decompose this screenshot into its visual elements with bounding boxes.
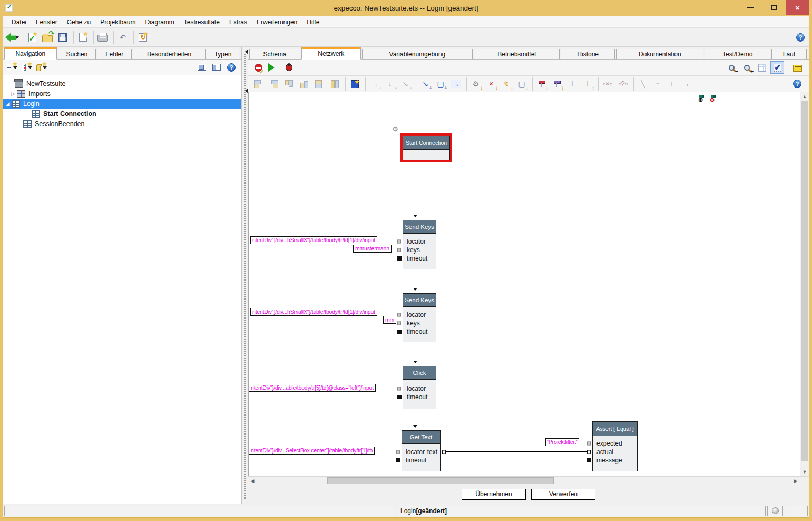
disconnect-button[interactable]: ▫×▫ (601, 78, 614, 90)
tab-typen[interactable]: Typen (207, 49, 239, 59)
add-new-block-button[interactable]: ▢+ (434, 78, 447, 90)
input-pin-locator[interactable] (396, 450, 400, 454)
accept-check-button[interactable]: ★ (25, 31, 39, 44)
delete-menu-button[interactable]: ×↓ (484, 78, 498, 90)
line-straight-button[interactable]: ╲ (636, 78, 650, 90)
horizontal-scrollbar[interactable]: ◀ ▶ (248, 476, 800, 485)
input-pin-timeout[interactable] (397, 256, 402, 260)
menu-projektbaum[interactable]: Projektbaum (96, 17, 140, 27)
print-button[interactable] (96, 31, 110, 44)
collapsed-arrow-icon[interactable]: ▷ (11, 91, 16, 97)
insert-after-button[interactable]: ↓▫ (383, 78, 397, 90)
tab-fehler[interactable]: Fehler (97, 49, 132, 59)
scroll-down-icon[interactable]: ▼ (800, 468, 809, 476)
tree-item-newtestsuite[interactable]: NewTestsuite (3, 79, 241, 89)
snap-toggle-button[interactable] (770, 61, 784, 74)
item-kind-menu-button[interactable]: ★ (20, 61, 34, 74)
collapse-arrow-icon[interactable] (242, 88, 248, 93)
new-item-button[interactable]: ★ (76, 31, 90, 44)
discard-button[interactable]: Verwerfen (531, 489, 595, 500)
value-label[interactable]: mmustermann (353, 245, 392, 253)
block-start-connection[interactable]: Start Connection (403, 136, 450, 160)
tab-suchen[interactable]: Suchen (58, 49, 96, 59)
menu-hilfe[interactable]: Hilfe (302, 17, 324, 27)
close-button[interactable]: × (786, 0, 809, 15)
horizontal-scroll-thumb[interactable] (327, 477, 554, 484)
folder-menu-button[interactable]: ★ (35, 61, 48, 74)
reload-browser-button[interactable]: ★ (136, 31, 150, 44)
breakpoint-flag-icon[interactable]: ⊖ (709, 95, 718, 104)
align-bottom-button[interactable] (297, 78, 311, 90)
align-left-button[interactable] (251, 78, 265, 90)
menu-testresultate[interactable]: Testresultate (180, 17, 224, 27)
input-pin-keys[interactable] (397, 248, 401, 252)
back-button[interactable] (5, 31, 19, 44)
help-button[interactable]: ? (790, 78, 804, 90)
block-send-keys[interactable]: Send Keyslocatorkeystimeout (403, 220, 436, 269)
split-view-button[interactable] (210, 61, 223, 74)
menu-extras[interactable]: Extras (225, 17, 251, 27)
block-get-text[interactable]: Get Textlocatortimeouttext (402, 430, 441, 471)
properties-panel-button[interactable] (790, 61, 804, 74)
maximize-button[interactable] (762, 0, 786, 15)
network-canvas[interactable]: ⚙⊕⊖Start ConnectionSend Keyslocatorkeyst… (248, 92, 800, 476)
input-pin-locator[interactable] (397, 240, 401, 244)
add-through-connection-button[interactable]: → (449, 78, 463, 90)
value-label[interactable]: mm (383, 316, 396, 324)
auto-insert-block-button[interactable] (348, 78, 361, 90)
tree-item-sessionbeenden[interactable]: SessionBeenden (3, 119, 241, 129)
input-pin-locator[interactable] (397, 387, 401, 391)
input-pin-timeout[interactable] (397, 330, 402, 334)
menu-gehe-zu[interactable]: Gehe zu (63, 17, 95, 27)
save-button[interactable] (56, 31, 70, 44)
menu-erweiterungen[interactable]: Erweiterungen (252, 17, 301, 27)
align-columns-button[interactable] (328, 78, 341, 90)
value-label[interactable]: ntentDiv"]/div...able/tbody/tr[5]/td[@cl… (249, 384, 376, 392)
output-pin-text[interactable] (442, 450, 446, 454)
input-pin-timeout[interactable] (397, 395, 402, 399)
grid-toggle-button[interactable] (755, 61, 769, 74)
value-label[interactable]: ntentDiv"]/div...hSmallX"]/table/tbody/t… (250, 236, 377, 244)
scroll-left-icon[interactable]: ◀ (248, 477, 257, 485)
environment-menu-button[interactable]: ⚙↓ (469, 78, 483, 90)
add-output-pin-button[interactable]: ↓ (550, 78, 564, 90)
input-pin-timeout[interactable] (396, 458, 400, 462)
tab-variablenumgebung[interactable]: Variablenumgebung (362, 49, 473, 59)
tab-betriebsmittel[interactable]: Betriebsmittel (474, 49, 560, 59)
tree-item-imports[interactable]: ▷Imports (3, 89, 241, 99)
add-input-pin-button[interactable]: ↓ (535, 78, 549, 90)
tree-view-menu-button[interactable]: ★ (5, 61, 19, 74)
tab-test-demo[interactable]: Test/Demo (705, 49, 770, 59)
tree-item-login[interactable]: ◢Login (3, 99, 241, 109)
stretch-connector-button[interactable]: I↕ (581, 78, 594, 90)
line-ortho-button[interactable]: ∟ (667, 78, 680, 90)
line-curve-button[interactable]: ~ (651, 78, 665, 90)
input-pin-expected[interactable] (587, 442, 591, 446)
apply-button[interactable]: Übernehmen (462, 489, 526, 500)
shrink-connector-button[interactable]: I (565, 78, 579, 90)
reconnect-button[interactable]: ▫?▫ (616, 78, 630, 90)
tab-lauf[interactable]: Lauf (771, 49, 807, 59)
expanded-arrow-icon[interactable]: ◢ (5, 101, 11, 107)
open-button[interactable] (41, 31, 54, 44)
page-menu-button[interactable]: ▢↓ (515, 78, 529, 90)
tab-dokumentation[interactable]: Dokumentation (616, 49, 703, 59)
align-middle-button[interactable] (312, 78, 326, 90)
collapse-arrow-icon[interactable] (242, 49, 248, 54)
help-button[interactable]: ? (224, 61, 238, 74)
input-pin-keys[interactable] (397, 322, 401, 325)
undo-button[interactable]: ↶ (116, 31, 130, 44)
menu-fenster[interactable]: Fenster (32, 17, 62, 27)
insert-nested-button[interactable]: ↘▫ (398, 78, 412, 90)
menu-diagramm[interactable]: Diagramm (141, 17, 179, 27)
tab-historie[interactable]: Historie (561, 49, 615, 59)
debug-run-button[interactable] (282, 61, 296, 74)
align-right-button[interactable] (267, 78, 280, 90)
value-label[interactable]: ntentDiv"]/div...hSmallX"]/table/tbody/t… (250, 308, 377, 316)
block-assert-equal[interactable]: Assert [ Equal ]expectedactualmessage (592, 421, 638, 471)
vertical-scroll-thumb[interactable] (801, 101, 808, 461)
stop-edit-button[interactable] (251, 61, 265, 74)
tree-item-start-connection[interactable]: Start Connection (3, 109, 241, 119)
vertical-scrollbar[interactable]: ▲ ▼ (800, 92, 809, 476)
input-pin-message[interactable] (587, 458, 591, 462)
